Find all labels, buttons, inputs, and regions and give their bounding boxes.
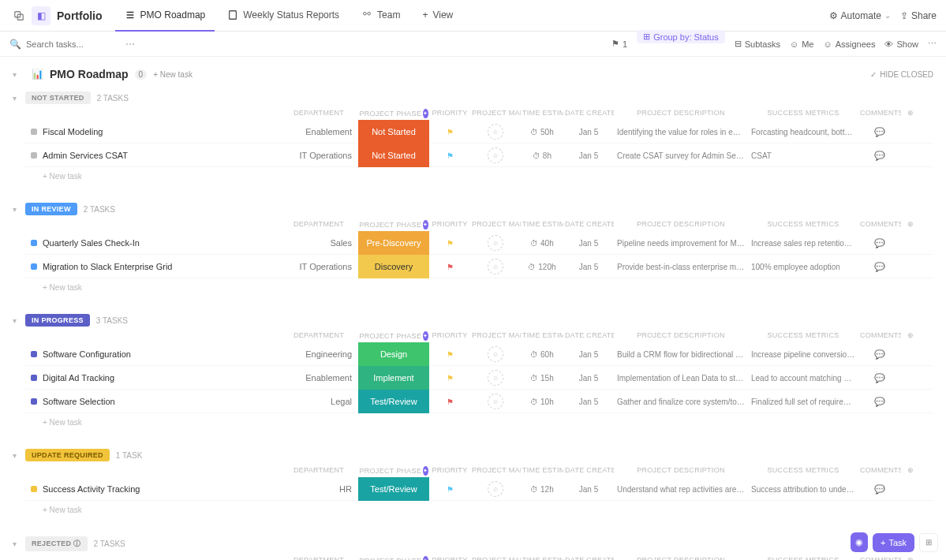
collapse-icon[interactable]: ▾: [13, 539, 25, 548]
task-row[interactable]: Software Selection Legal Test/Review ⚑ ☺…: [25, 390, 933, 413]
col-est[interactable]: TIME ESTIMATE: [521, 109, 563, 118]
col-est[interactable]: TIME ESTIMATE: [521, 556, 563, 560]
task-name[interactable]: Digital Ad Tracking: [43, 373, 279, 383]
col-dept[interactable]: DEPARTMENT: [279, 466, 358, 476]
success-metric[interactable]: Increase sales rep retention rates QoQ a…: [748, 239, 858, 248]
col-metrics[interactable]: SUCCESS METRICS: [748, 556, 858, 560]
col-manager[interactable]: PROJECT MANAGER: [470, 331, 521, 341]
add-column-icon[interactable]: ⊕: [901, 466, 920, 476]
task-row[interactable]: Quarterly Sales Check-In Sales Pre-Disco…: [25, 231, 933, 255]
task-row[interactable]: Fiscal Modeling Enablement Not Started ⚑…: [25, 120, 933, 144]
subtasks-pill[interactable]: ⊟Subtasks: [735, 39, 780, 49]
task-name[interactable]: Admin Services CSAT: [43, 151, 279, 160]
col-metrics[interactable]: SUCCESS METRICS: [748, 109, 858, 118]
manager-cell[interactable]: ☺: [470, 147, 521, 163]
col-desc[interactable]: PROJECT DESCRIPTION: [614, 109, 748, 118]
comment-icon[interactable]: 💬: [858, 484, 901, 495]
success-metric[interactable]: 100% employee adoption: [748, 263, 858, 271]
col-priority[interactable]: PRIORITY: [429, 331, 470, 341]
col-date[interactable]: DATE CREATED: [563, 556, 614, 560]
success-metric[interactable]: CSAT: [748, 151, 858, 160]
time-estimate[interactable]: ⏱ 10h: [521, 398, 563, 406]
col-priority[interactable]: PRIORITY: [429, 109, 470, 118]
status-tag[interactable]: IN PROGRESS: [25, 314, 90, 327]
add-column-icon[interactable]: ⊕: [901, 331, 920, 341]
col-manager[interactable]: PROJECT MANAGER: [470, 556, 521, 560]
task-dept[interactable]: IT Operations: [279, 151, 358, 160]
task-row[interactable]: Success Activity Tracking HR Test/Review…: [25, 477, 933, 501]
col-phase[interactable]: PROJECT PHASE✦: [358, 466, 429, 476]
tab-pmo-roadmap[interactable]: PMO Roadmap: [115, 0, 215, 32]
col-phase[interactable]: PROJECT PHASE✦: [358, 331, 429, 341]
phase-cell[interactable]: Test/Review: [358, 477, 429, 501]
phase-cell[interactable]: Design: [358, 342, 429, 366]
success-metric[interactable]: Lead to account matching and handling of…: [748, 374, 858, 383]
col-comments[interactable]: COMMENTS: [858, 109, 901, 118]
col-manager[interactable]: PROJECT MANAGER: [470, 466, 521, 476]
manager-cell[interactable]: ☺: [470, 370, 521, 386]
comment-icon[interactable]: 💬: [858, 373, 901, 383]
priority-flag-icon[interactable]: ⚑: [429, 128, 470, 136]
collapse-icon[interactable]: ▾: [13, 205, 25, 214]
phase-cell[interactable]: Not Started: [358, 144, 429, 167]
phase-cell[interactable]: Discovery: [358, 255, 429, 278]
search-input[interactable]: [26, 39, 121, 49]
add-view-button[interactable]: + View: [413, 0, 462, 32]
new-task-button[interactable]: + New task: [43, 278, 933, 297]
manager-cell[interactable]: ☺: [470, 259, 521, 274]
collapse-icon[interactable]: ▾: [13, 451, 25, 460]
add-column-icon[interactable]: ⊕: [901, 556, 920, 560]
col-phase[interactable]: PROJECT PHASE✦: [358, 556, 429, 560]
task-dept[interactable]: HR: [279, 484, 358, 494]
task-dept[interactable]: Enablement: [279, 373, 358, 383]
time-estimate[interactable]: ⏱ 15h: [521, 374, 563, 383]
manager-cell[interactable]: ☺: [470, 124, 521, 140]
project-description[interactable]: Understand what rep activities are leadi…: [614, 485, 748, 494]
task-row[interactable]: Software Configuration Engineering Desig…: [25, 342, 933, 366]
task-name[interactable]: Software Configuration: [43, 349, 279, 359]
col-date[interactable]: DATE CREATED: [563, 220, 614, 230]
priority-flag-icon[interactable]: ⚑: [429, 263, 470, 271]
collapse-icon[interactable]: ▾: [13, 94, 25, 103]
new-task-fab[interactable]: +Task: [873, 533, 914, 552]
success-metric[interactable]: Finalized full set of requirements for V…: [748, 398, 858, 406]
col-comments[interactable]: COMMENTS: [858, 220, 901, 230]
priority-flag-icon[interactable]: ⚑: [429, 350, 470, 359]
comment-icon[interactable]: 💬: [858, 238, 901, 248]
time-estimate[interactable]: ⏱ 60h: [521, 350, 563, 359]
time-estimate[interactable]: ⏱ 12h: [521, 485, 563, 494]
col-metrics[interactable]: SUCCESS METRICS: [748, 466, 858, 476]
col-metrics[interactable]: SUCCESS METRICS: [748, 220, 858, 230]
success-metric[interactable]: Success attribution to understand custom…: [748, 485, 858, 494]
col-date[interactable]: DATE CREATED: [563, 466, 614, 476]
new-task-top[interactable]: + New task: [153, 70, 193, 79]
project-description[interactable]: Implementation of Lean Data to streamlin…: [614, 374, 748, 383]
col-desc[interactable]: PROJECT DESCRIPTION: [614, 556, 748, 560]
add-column-icon[interactable]: ⊕: [901, 220, 920, 230]
project-description[interactable]: Pipeline needs improvement for MoM and Q…: [614, 239, 748, 248]
time-estimate[interactable]: ⏱ 50h: [521, 128, 563, 136]
col-phase[interactable]: PROJECT PHASE✦: [358, 109, 429, 118]
col-est[interactable]: TIME ESTIMATE: [521, 220, 563, 230]
status-tag[interactable]: REJECTED ⓘ: [25, 536, 88, 551]
col-desc[interactable]: PROJECT DESCRIPTION: [614, 220, 748, 230]
me-pill[interactable]: ☺Me: [790, 39, 814, 49]
add-column-icon[interactable]: ⊕: [901, 109, 920, 118]
manager-cell[interactable]: ☺: [470, 235, 521, 251]
phase-cell[interactable]: Test/Review: [358, 390, 429, 413]
task-dept[interactable]: Enablement: [279, 127, 358, 136]
task-name[interactable]: Success Activity Tracking: [43, 484, 279, 494]
col-priority[interactable]: PRIORITY: [429, 556, 470, 560]
col-manager[interactable]: PROJECT MANAGER: [470, 220, 521, 230]
phase-cell[interactable]: Not Started: [358, 120, 429, 144]
manager-cell[interactable]: ☺: [470, 346, 521, 362]
priority-flag-icon[interactable]: ⚑: [429, 239, 470, 248]
col-est[interactable]: TIME ESTIMATE: [521, 331, 563, 341]
col-dept[interactable]: DEPARTMENT: [279, 556, 358, 560]
time-estimate[interactable]: ⏱ 120h: [521, 263, 563, 271]
task-dept[interactable]: IT Operations: [279, 262, 358, 271]
status-tag[interactable]: NOT STARTED: [25, 91, 91, 104]
search-more-icon[interactable]: ⋯: [125, 39, 136, 50]
comment-icon[interactable]: 💬: [858, 127, 901, 137]
col-priority[interactable]: PRIORITY: [429, 466, 470, 476]
